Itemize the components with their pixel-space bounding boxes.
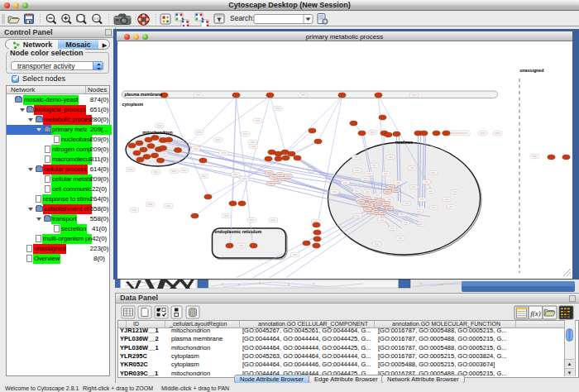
svg-text:Search:: Search:: [230, 14, 254, 22]
svg-text:endoplasmic reticulum: endoplasmic reticulum: [214, 229, 261, 234]
svg-text:1:1: 1:1: [94, 17, 99, 21]
svg-text:mitochondrion: mitochondrion: [142, 130, 172, 135]
svg-text:f(x): f(x): [530, 309, 541, 318]
svg-text:nucleus: nucleus: [395, 140, 412, 145]
svg-text:unassigned: unassigned: [519, 68, 543, 73]
svg-text:cytoplasm: cytoplasm: [122, 102, 143, 107]
svg-text:plasma membrane: plasma membrane: [124, 92, 162, 97]
